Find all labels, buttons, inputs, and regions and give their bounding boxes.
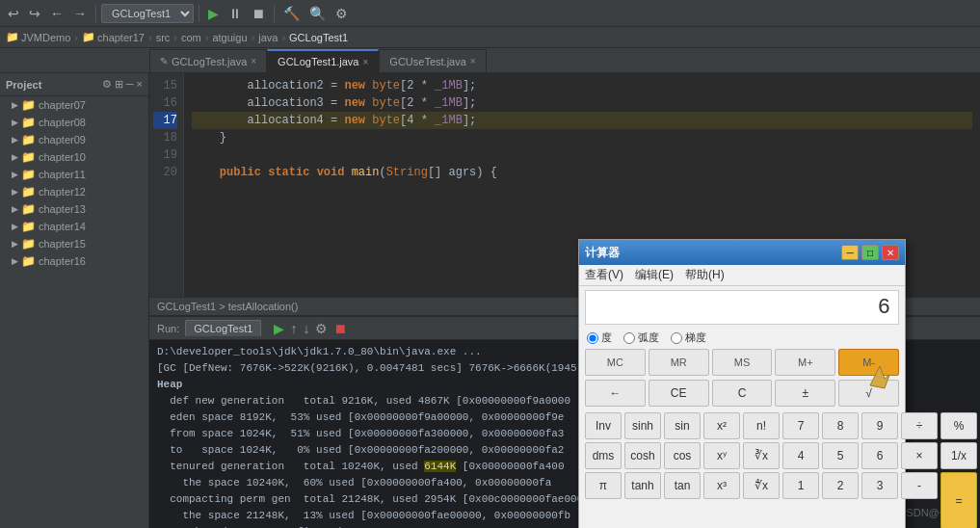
calc-btn-mc[interactable]: MC <box>585 349 646 376</box>
run-up-btn[interactable]: ↑ <box>289 320 298 337</box>
calc-btn-pct[interactable]: % <box>940 412 977 439</box>
calc-btn-inv-x[interactable]: 1/x <box>940 442 977 469</box>
calc-btn-backspace[interactable]: ← <box>585 380 646 407</box>
calc-btn-1[interactable]: 1 <box>782 472 819 499</box>
calc-btn-7[interactable]: 7 <box>782 412 819 439</box>
breadcrumb-chapter17[interactable]: 📁 chapter17 <box>82 31 145 43</box>
calc-btn-dms[interactable]: dms <box>585 442 622 469</box>
toolbar-settings-icon[interactable]: ⚙ <box>331 4 352 23</box>
calc-menu-view[interactable]: 查看(V) <box>585 267 623 283</box>
project-combo[interactable]: GCLogTest1 <box>101 4 194 23</box>
tab-gclogtest1[interactable]: GCLogTest1.java × <box>267 49 379 72</box>
calc-btn-sign[interactable]: ± <box>775 380 835 407</box>
sidebar-item-chapter11[interactable]: ▶ 📁 chapter11 <box>0 166 148 183</box>
sidebar-item-chapter09[interactable]: ▶ 📁 chapter09 <box>0 131 148 148</box>
calc-btn-x3[interactable]: x³ <box>703 472 740 499</box>
sidebar-item-chapter14[interactable]: ▶ 📁 chapter14 <box>0 218 148 235</box>
run-tab-gclogtest1[interactable]: GCLogTest1 <box>185 320 261 336</box>
sidebar-item-chapter16[interactable]: ▶ 📁 chapter16 <box>0 252 148 270</box>
calc-btn-cosh[interactable]: cosh <box>624 442 661 469</box>
sidebar-item-chapter10[interactable]: ▶ 📁 chapter10 <box>0 148 148 166</box>
sidebar-item-chapter12[interactable]: ▶ 📁 chapter12 <box>0 183 148 200</box>
calc-btn-equals-1[interactable]: = <box>940 472 977 528</box>
toolbar-pause-icon[interactable]: ⏸ <box>225 4 246 23</box>
breadcrumb-gclogtest1[interactable]: GCLogTest1 <box>289 32 348 43</box>
run-settings-btn[interactable]: ⚙ <box>314 320 329 337</box>
sidebar-action-minus[interactable]: ─ <box>126 78 134 91</box>
calc-btn-div[interactable]: ÷ <box>901 412 938 439</box>
calc-close-btn[interactable]: ✕ <box>882 245 899 260</box>
toolbar-icon-forward[interactable]: → <box>69 4 91 23</box>
calc-btn-row-1: Inv sinh sin x² n! 7 8 9 ÷ % <box>585 412 899 439</box>
tab-gcusetest[interactable]: GCUseTest.java × <box>379 49 486 72</box>
calc-menu-help[interactable]: 帮助(H) <box>685 267 725 283</box>
run-stop-btn[interactable]: ⏹ <box>332 320 348 337</box>
sidebar-action-settings[interactable]: ⚙ <box>102 78 112 91</box>
breadcrumb-src[interactable]: src <box>156 32 171 43</box>
breadcrumb-com[interactable]: com <box>181 32 201 43</box>
calc-maximize-btn[interactable]: □ <box>861 245 879 260</box>
calc-btn-tan[interactable]: tan <box>664 472 701 499</box>
calc-btn-8[interactable]: 8 <box>822 412 859 439</box>
sidebar-item-chapter15[interactable]: ▶ 📁 chapter15 <box>0 235 148 252</box>
tab-gclogtest[interactable]: ✎ GCLogTest.java × <box>149 49 267 72</box>
calc-btn-5[interactable]: 5 <box>822 442 859 469</box>
calc-btn-cbrt[interactable]: ∛x <box>743 442 780 469</box>
breadcrumb-java[interactable]: java <box>258 32 278 43</box>
calc-btn-ms[interactable]: MS <box>712 349 773 376</box>
calc-btn-x2[interactable]: x² <box>703 412 740 439</box>
toolbar-stop-icon[interactable]: ⏹ <box>248 4 269 23</box>
calc-radio-degree[interactable]: 度 <box>587 330 612 345</box>
toolbar-sep1 <box>95 5 96 22</box>
breadcrumb-jvmdemo[interactable]: 📁 JVMDemo <box>6 31 70 43</box>
toolbar-build-icon[interactable]: 🔨 <box>279 4 304 23</box>
sidebar-action-close[interactable]: × <box>137 78 143 91</box>
toolbar-icon-undo[interactable]: ↩ <box>4 4 23 23</box>
calc-titlebar: 计算器 ─ □ ✕ <box>579 240 905 265</box>
toolbar-run-icon[interactable]: ▶ <box>204 4 223 23</box>
calc-btn-pi[interactable]: π <box>585 472 622 499</box>
calc-btn-6[interactable]: 6 <box>861 442 898 469</box>
calc-radio-radian[interactable]: 弧度 <box>623 330 659 345</box>
sidebar-item-chapter13[interactable]: ▶ 📁 chapter13 <box>0 200 148 218</box>
calc-btn-cos[interactable]: cos <box>664 442 701 469</box>
tab-close-gcusetest[interactable]: × <box>470 56 476 66</box>
calc-btn-4[interactable]: 4 <box>782 442 819 469</box>
calc-radio-gradient[interactable]: 梯度 <box>671 330 706 345</box>
calc-window-buttons: ─ □ ✕ <box>841 245 899 260</box>
calc-menu-edit[interactable]: 编辑(E) <box>635 267 674 283</box>
calc-btn-sqrt[interactable]: √ <box>838 380 899 407</box>
calc-btn-2[interactable]: 2 <box>822 472 859 499</box>
sidebar-item-chapter07[interactable]: ▶ 📁 chapter07 <box>0 96 148 114</box>
toolbar-icon-redo[interactable]: ↪ <box>25 4 44 23</box>
top-toolbar: ↩ ↪ ← → GCLogTest1 ▶ ⏸ ⏹ 🔨 🔍 ⚙ <box>0 0 980 27</box>
calc-btn-4thrt[interactable]: ∜x <box>743 472 780 499</box>
calc-btn-inv[interactable]: Inv <box>585 412 622 439</box>
calc-radio-row: 度 弧度 梯度 <box>579 329 905 347</box>
sidebar-action-expand[interactable]: ⊞ <box>115 78 123 91</box>
calc-minimize-btn[interactable]: ─ <box>841 245 859 260</box>
calc-btn-xy[interactable]: xʸ <box>703 442 740 469</box>
run-down-btn[interactable]: ↓ <box>302 320 310 337</box>
calc-btn-3[interactable]: 3 <box>861 472 898 499</box>
calc-btn-mr[interactable]: MR <box>649 349 709 376</box>
calc-btn-9[interactable]: 9 <box>861 412 898 439</box>
toolbar-search-icon[interactable]: 🔍 <box>305 4 330 23</box>
sidebar-title: Project <box>6 79 41 91</box>
toolbar-icon-back[interactable]: ← <box>46 4 67 23</box>
calc-btn-tanh[interactable]: tanh <box>624 472 661 499</box>
tab-close-gclogtest1[interactable]: × <box>363 57 369 67</box>
calc-btn-sinh[interactable]: sinh <box>624 412 661 439</box>
calc-btn-mplus[interactable]: M+ <box>775 349 835 376</box>
sidebar-item-chapter08[interactable]: ▶ 📁 chapter08 <box>0 114 148 131</box>
calc-btn-c[interactable]: C <box>712 380 773 407</box>
calc-btn-ce[interactable]: CE <box>649 380 709 407</box>
tab-close-gclogtest[interactable]: × <box>251 56 256 66</box>
calc-btn-mul[interactable]: × <box>901 442 938 469</box>
calc-btn-sub[interactable]: - <box>901 472 938 499</box>
breadcrumb-atguigu[interactable]: atguigu <box>212 32 247 43</box>
calc-btn-sin[interactable]: sin <box>664 412 701 439</box>
calc-btn-nfact[interactable]: n! <box>743 412 780 439</box>
calc-btn-mminus[interactable]: M- <box>838 349 899 376</box>
run-play-btn[interactable]: ▶ <box>273 320 285 337</box>
